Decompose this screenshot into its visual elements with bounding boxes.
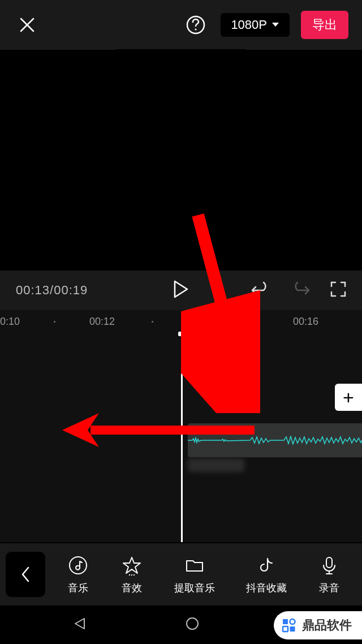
add-clip-button[interactable]: +: [335, 384, 362, 411]
timeline-ruler[interactable]: 0:10 00:12 00:14 00:16: [0, 310, 362, 333]
system-navbar: 鼎品软件: [0, 606, 362, 644]
ruler-dot: [253, 321, 255, 323]
svg-rect-3: [326, 557, 332, 568]
top-bar: 1080P 导出: [0, 0, 362, 50]
watermark-logo-icon: [281, 617, 298, 634]
tool-label: 提取音乐: [174, 581, 215, 595]
close-icon: [19, 16, 36, 33]
export-label: 导出: [312, 18, 337, 32]
tool-sfx[interactable]: 音效: [120, 554, 143, 595]
toolbar-back-button[interactable]: [6, 552, 45, 597]
play-button[interactable]: [173, 280, 189, 300]
undo-icon: [251, 281, 270, 297]
close-button[interactable]: [14, 11, 41, 38]
tool-extract[interactable]: 提取音乐: [174, 554, 215, 595]
audio-waveform: [188, 436, 362, 445]
triangle-back-icon: [72, 616, 87, 631]
nav-back-button[interactable]: [72, 616, 87, 633]
redo-button[interactable]: [291, 281, 310, 299]
ruler-dot: [54, 321, 55, 323]
douyin-icon: [256, 555, 277, 576]
export-button[interactable]: 导出: [301, 11, 348, 39]
redo-icon: [291, 281, 310, 297]
svg-point-4: [187, 618, 198, 629]
ruler-tick: 00:12: [89, 316, 115, 328]
undo-button[interactable]: [251, 281, 270, 299]
ruler-dot: [152, 321, 153, 323]
folder-icon: [184, 555, 205, 576]
chevron-left-icon: [20, 566, 31, 583]
audio-track[interactable]: [188, 423, 362, 457]
time-display: 00:13/00:19: [16, 283, 88, 298]
svg-point-1: [195, 28, 197, 30]
svg-rect-7: [283, 626, 288, 632]
tool-label: 音乐: [68, 581, 88, 595]
tool-douyin[interactable]: 抖音收藏: [246, 554, 287, 595]
tool-label: 音效: [122, 581, 142, 595]
audio-clip-label: [188, 458, 244, 472]
music-icon: [68, 555, 88, 576]
ruler-tick: 00:14: [191, 316, 217, 328]
video-preview[interactable]: [0, 50, 362, 271]
tool-label: 录音: [319, 581, 339, 595]
fullscreen-button[interactable]: [330, 281, 346, 299]
tool-record[interactable]: 录音: [318, 554, 341, 595]
bottom-toolbar: 音乐 音效 提取音乐 抖音收藏 录音: [0, 543, 362, 606]
chevron-down-icon: [272, 22, 279, 28]
playhead[interactable]: [181, 333, 183, 542]
tool-music[interactable]: 音乐: [67, 554, 89, 595]
ruler-tick: 00:16: [293, 316, 318, 328]
resolution-selector[interactable]: 1080P: [221, 13, 290, 37]
svg-rect-8: [290, 626, 295, 632]
mic-icon: [319, 555, 339, 576]
tool-label: 抖音收藏: [246, 581, 287, 595]
nav-home-button[interactable]: [185, 616, 200, 633]
timeline[interactable]: +: [0, 333, 362, 542]
watermark-text: 鼎品软件: [302, 617, 352, 634]
play-icon: [173, 280, 189, 298]
ruler-tick: 0:10: [0, 316, 20, 328]
watermark-badge: 鼎品软件: [274, 611, 362, 639]
playback-bar: 00:13/00:19: [0, 271, 362, 310]
circle-home-icon: [185, 616, 200, 631]
help-icon: [186, 15, 206, 35]
help-button[interactable]: [182, 11, 209, 38]
video-canvas: [117, 49, 245, 272]
svg-point-6: [290, 619, 295, 624]
svg-rect-5: [283, 619, 288, 624]
resolution-label: 1080P: [231, 18, 267, 32]
plus-icon: +: [343, 387, 354, 409]
fullscreen-icon: [330, 281, 346, 297]
star-icon: [122, 555, 142, 576]
